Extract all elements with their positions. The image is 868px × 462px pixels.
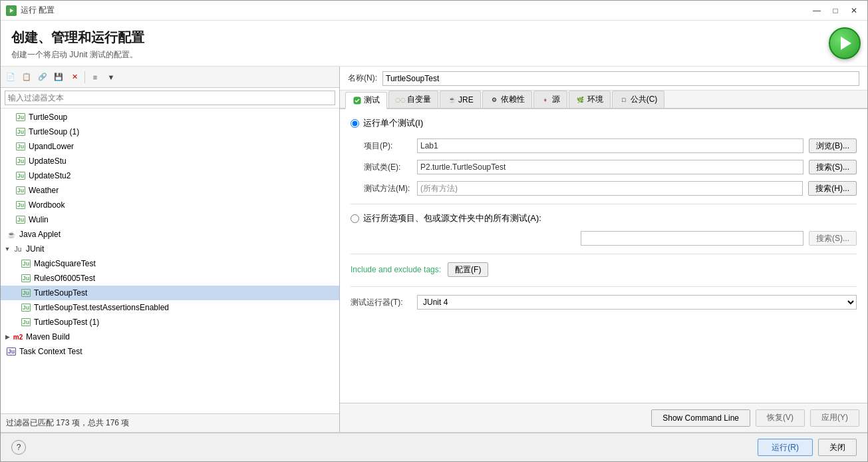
list-item[interactable]: Ju TurtleSoup [1, 110, 339, 124]
radio-all-tests-label: 运行所选项目、包或源文件夹中的所有测试(A): [363, 212, 541, 224]
name-input[interactable] [382, 71, 859, 86]
new-config-button[interactable]: 📄 [3, 70, 18, 85]
show-command-line-button[interactable]: Show Command Line [651, 409, 750, 427]
bottom-bar: ? 运行(R) 关闭 [1, 432, 867, 461]
testmethod-input[interactable] [417, 181, 803, 196]
tab-test[interactable]: 测试 [345, 92, 387, 109]
radio-single-test-input[interactable] [351, 119, 359, 128]
java-applet-group[interactable]: ☕ Java Applet [1, 227, 339, 242]
dependency-icon: ⚙ [490, 95, 499, 105]
list-item-label: TurtleSoupTest [34, 288, 87, 298]
close-dialog-button[interactable]: 关闭 [818, 439, 857, 456]
runner-label: 测试运行器(T): [351, 297, 417, 308]
close-button[interactable]: ✕ [846, 4, 862, 17]
junit-icon: Ju [15, 200, 26, 210]
play-button[interactable] [829, 27, 861, 59]
tab-common-label: 公共(C) [631, 94, 658, 105]
copy-button[interactable]: 📋 [19, 70, 34, 85]
all-tests-search-group: 搜索(S)... [351, 231, 857, 246]
header-section: 创建、管理和运行配置 创建一个将启动 JUnit 测试的配置。 [1, 21, 867, 67]
list-item[interactable]: Ju RulesOf6005Test [1, 271, 339, 286]
link-button[interactable]: 🔗 [35, 70, 50, 85]
testmethod-label: 测试方法(M): [364, 183, 417, 194]
left-panel: 📄 📋 🔗 💾 ✕ ≡ ▼ Ju TurtleSoup [1, 67, 340, 432]
task-icon: Ju [6, 346, 17, 357]
list-item[interactable]: Ju TurtleSoup (1) [1, 124, 339, 139]
filter-wrap [1, 88, 339, 109]
name-row: 名称(N): [340, 67, 867, 91]
save-button[interactable]: 💾 [51, 70, 66, 85]
junit-group-label: JUnit [26, 244, 44, 254]
tab-variables[interactable]: ◌◌ 自变量 [388, 91, 438, 108]
list-item-label: UpdateStu2 [29, 171, 71, 180]
list-item[interactable]: Ju UpandLower [1, 139, 339, 154]
help-button[interactable]: ? [11, 440, 26, 455]
runner-row: 测试运行器(T): JUnit 4 [351, 295, 857, 310]
task-context-item[interactable]: Ju Task Context Test [1, 344, 339, 359]
list-item[interactable]: Ju Wordbook [1, 198, 339, 212]
configure-button[interactable]: 配置(F) [448, 262, 488, 277]
toolbar-divider [84, 71, 85, 83]
name-label: 名称(N): [348, 73, 377, 84]
junit-group[interactable]: ▼ Ju JUnit [1, 242, 339, 256]
list-item[interactable]: Ju Weather [1, 183, 339, 198]
tree-area[interactable]: Ju TurtleSoup Ju TurtleSoup (1) Ju Upand… [1, 109, 339, 413]
runner-select[interactable]: JUnit 4 [417, 295, 857, 310]
radio-single-test: 运行单个测试(I) [351, 117, 857, 129]
testmethod-group: 测试方法(M): 搜索(H)... [351, 181, 857, 196]
tab-test-label: 测试 [364, 95, 380, 106]
list-item[interactable]: Ju UpdateStu [1, 154, 339, 168]
tabs-row: 测试 ◌◌ 自变量 ☕ JRE ⚙ 依赖性 ♦ 源 [340, 91, 867, 109]
list-item[interactable]: Ju MagicSquareTest [1, 256, 339, 271]
restore-button[interactable]: 恢复(V) [756, 409, 805, 427]
tab-jre[interactable]: ☕ JRE [440, 91, 481, 108]
tab-env[interactable]: 🌿 环境 [569, 91, 611, 108]
minimize-button[interactable]: — [809, 4, 825, 17]
section-divider2 [351, 254, 857, 254]
header-subtitle: 创建一个将启动 JUnit 测试的配置。 [11, 49, 857, 61]
filter-input[interactable] [5, 91, 335, 105]
list-item[interactable]: Ju Wulin [1, 212, 339, 227]
list-item-label: Weather [29, 186, 59, 195]
search2-button[interactable]: 搜索(S)... [809, 231, 857, 246]
filter-button[interactable]: ≡ [88, 70, 102, 85]
source-icon: ♦ [541, 95, 550, 105]
search-method-button[interactable]: 搜索(H)... [808, 181, 857, 196]
section-divider [351, 204, 857, 204]
collapse-arrow-icon: ▼ [3, 245, 11, 253]
header-title: 创建、管理和运行配置 [11, 29, 857, 47]
project-input[interactable] [417, 138, 803, 153]
testclass-input[interactable] [417, 160, 803, 174]
maven-group[interactable]: ▶ m2 Maven Build [1, 330, 339, 344]
list-item-selected[interactable]: Ju TurtleSoupTest [1, 286, 339, 300]
tab-dependency[interactable]: ⚙ 依赖性 [482, 91, 532, 108]
more-button[interactable]: ▼ [104, 70, 118, 85]
radio-all-tests-input[interactable] [351, 214, 359, 223]
java-applet-label: Java Applet [19, 230, 61, 239]
tab-common[interactable]: □ 公共(C) [612, 91, 665, 108]
filter-status: 过滤器已匹配 173 项，总共 176 项 [1, 413, 339, 432]
tab-variables-label: 自变量 [407, 94, 431, 105]
delete-button[interactable]: ✕ [67, 70, 82, 85]
list-item[interactable]: Ju UpdateStu2 [1, 168, 339, 183]
maximize-button[interactable]: □ [827, 4, 843, 17]
all-tests-input[interactable] [581, 231, 804, 246]
browse-button[interactable]: 浏览(B)... [809, 138, 857, 153]
run-button[interactable]: 运行(R) [758, 439, 813, 456]
list-item[interactable]: Ju TurtleSoupTest (1) [1, 315, 339, 330]
search-class-button[interactable]: 搜索(S)... [809, 160, 857, 174]
apply-button[interactable]: 应用(Y) [810, 409, 859, 427]
left-toolbar: 📄 📋 🔗 💾 ✕ ≡ ▼ [1, 67, 339, 88]
tab-env-label: 环境 [587, 94, 603, 105]
junit-icon: Ju [15, 141, 26, 152]
list-item-label: RulesOf6005Test [34, 274, 95, 283]
list-item[interactable]: Ju TurtleSoupTest.testAssertionsEnabled [1, 300, 339, 315]
junit-icon: Ju [21, 273, 31, 284]
window: 运行 配置 — □ ✕ 创建、管理和运行配置 创建一个将启动 JUnit 测试的… [0, 0, 868, 462]
window-controls: — □ ✕ [809, 4, 862, 17]
tab-source[interactable]: ♦ 源 [533, 91, 567, 108]
task-context-label: Task Context Test [19, 347, 82, 356]
junit-icon: Ju [15, 170, 26, 181]
window-title: 运行 配置 [21, 5, 809, 16]
test-content: 运行单个测试(I) 项目(P): 浏览(B)... 测试类(E): 搜索(S).… [340, 109, 867, 403]
